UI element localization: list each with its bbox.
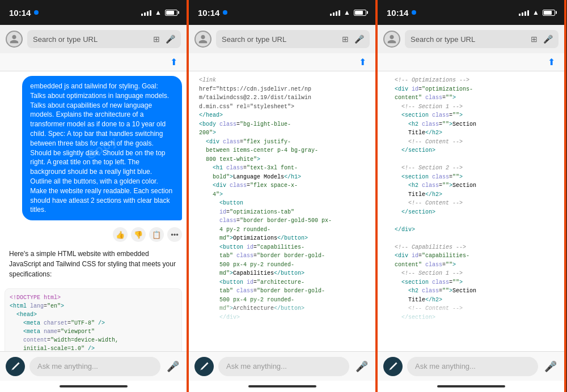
phone-panel-2: 10:14 ▲ Search or type URL ⊞ bbox=[189, 0, 378, 392]
signal-bar bbox=[147, 11, 149, 16]
phone-panel-3: 10:14 ▲ Search or type URL ⊞ bbox=[378, 0, 566, 392]
url-icons-2: ⊞ 🎤 bbox=[340, 34, 364, 44]
input-bar-3: Ask me anything... 🎤 bbox=[378, 351, 564, 381]
chat-icon-btn-3[interactable] bbox=[383, 357, 403, 376]
share-bar-1: ⬆ bbox=[0, 53, 187, 71]
input-field-3[interactable]: Ask me anything... bbox=[407, 357, 538, 376]
status-left-3: 10:14 bbox=[387, 8, 416, 18]
person-icon-1 bbox=[9, 34, 19, 44]
status-left-1: 10:14 bbox=[9, 8, 39, 18]
broom-icon-1 bbox=[10, 361, 20, 372]
mic-btn-2[interactable]: 🎤 bbox=[354, 359, 370, 374]
mic-btn-3[interactable]: 🎤 bbox=[543, 359, 558, 374]
status-dot-1 bbox=[34, 10, 39, 15]
bubble-actions: 👍 👎 📋 ••• bbox=[113, 227, 182, 242]
url-text-3: Search or type URL bbox=[411, 35, 526, 44]
share-bar-3: ⬆ bbox=[378, 53, 564, 71]
mic-url-icon-1[interactable]: 🎤 bbox=[165, 34, 175, 44]
battery-fill-1 bbox=[166, 11, 174, 15]
home-indicator-3 bbox=[378, 381, 564, 392]
signal-bar bbox=[333, 12, 335, 16]
status-bar-2: 10:14 ▲ bbox=[189, 0, 375, 25]
battery-fill-2 bbox=[355, 11, 363, 15]
signal-bars-2 bbox=[330, 9, 340, 16]
status-bar-3: 10:14 ▲ bbox=[378, 0, 564, 25]
url-icons-1: ⊞ 🎤 bbox=[151, 34, 175, 44]
person-icon-3 bbox=[387, 34, 397, 44]
response-text: Here's a simple HTML website with embedd… bbox=[5, 246, 182, 282]
user-message-bubble: Copy embedded js and tailwind for stylin… bbox=[22, 76, 182, 220]
signal-bar bbox=[522, 12, 523, 16]
battery-icon-3 bbox=[543, 10, 555, 16]
copy-btn[interactable]: 📋 bbox=[149, 227, 164, 242]
scan-icon-3[interactable]: ⊞ bbox=[529, 34, 539, 44]
status-dot-3 bbox=[412, 10, 416, 15]
mic-btn-1[interactable]: 🎤 bbox=[165, 359, 181, 374]
signal-bar bbox=[524, 11, 526, 16]
signal-bar bbox=[336, 11, 337, 16]
phone-panel-1: 10:14 ▲ Search or type URL ⊞ bbox=[0, 0, 189, 392]
url-bar-2[interactable]: Search or type URL ⊞ 🎤 bbox=[216, 30, 370, 48]
chat-icon-btn-2[interactable] bbox=[194, 357, 214, 376]
input-placeholder-2: Ask me anything... bbox=[226, 362, 287, 370]
scan-icon-2[interactable]: ⊞ bbox=[340, 34, 350, 44]
code-display-3: <!-- Optimizations --> <div id="optimiza… bbox=[378, 71, 564, 351]
browser-bar-3: Search or type URL ⊞ 🎤 bbox=[378, 25, 564, 53]
input-field-2[interactable]: Ask me anything... bbox=[218, 357, 349, 376]
signal-bar bbox=[330, 14, 332, 16]
status-right-2: ▲ bbox=[330, 8, 366, 16]
battery-icon-2 bbox=[354, 10, 366, 16]
signal-bar bbox=[150, 10, 151, 16]
wifi-icon-1: ▲ bbox=[155, 8, 162, 16]
browser-bar-2: Search or type URL ⊞ 🎤 bbox=[189, 25, 375, 53]
signal-bar bbox=[141, 14, 143, 16]
share-icon-2[interactable]: ⬆ bbox=[356, 56, 369, 69]
share-bar-2: ⬆ bbox=[189, 53, 375, 71]
status-time-2: 10:14 bbox=[198, 8, 219, 18]
input-bar-2: Ask me anything... 🎤 bbox=[189, 351, 375, 381]
wifi-icon-2: ▲ bbox=[344, 8, 350, 16]
home-bar-1 bbox=[60, 385, 128, 387]
signal-bar bbox=[519, 14, 521, 16]
scan-icon-1[interactable]: ⊞ bbox=[151, 34, 162, 44]
avatar-1 bbox=[6, 31, 23, 48]
chat-icon-btn-1[interactable] bbox=[6, 357, 25, 376]
battery-icon-1 bbox=[165, 10, 177, 16]
url-bar-3[interactable]: Search or type URL ⊞ 🎤 bbox=[405, 30, 558, 48]
mic-url-icon-2[interactable]: 🎤 bbox=[354, 34, 364, 44]
home-indicator-1 bbox=[0, 381, 187, 392]
input-placeholder-1: Ask me anything... bbox=[37, 362, 98, 370]
url-bar-1[interactable]: Search or type URL ⊞ 🎤 bbox=[27, 30, 181, 48]
code-content-area-3: <!-- Optimizations --> <div id="optimiza… bbox=[378, 71, 564, 351]
code-block-1: <!DOCTYPE html> <html lang="en"> <head> … bbox=[5, 288, 182, 351]
broom-icon-2 bbox=[199, 361, 209, 372]
signal-bars-1 bbox=[141, 9, 151, 16]
more-btn[interactable]: ••• bbox=[167, 227, 182, 242]
signal-bar bbox=[144, 12, 146, 16]
avatar-2 bbox=[194, 31, 211, 48]
share-icon-1[interactable]: ⬆ bbox=[167, 56, 180, 69]
thumbs-down-btn[interactable]: 👎 bbox=[131, 227, 146, 242]
url-icons-3: ⊞ 🎤 bbox=[529, 34, 553, 44]
home-indicator-2 bbox=[189, 381, 375, 392]
wifi-icon-3: ▲ bbox=[532, 8, 539, 16]
input-placeholder-3: Ask me anything... bbox=[415, 362, 476, 370]
mic-url-icon-3[interactable]: 🎤 bbox=[543, 34, 553, 44]
url-text-1: Search or type URL bbox=[33, 35, 148, 44]
url-text-2: Search or type URL bbox=[222, 35, 337, 44]
input-field-1[interactable]: Ask me anything... bbox=[29, 357, 160, 376]
broom-icon-3 bbox=[388, 361, 398, 372]
home-bar-2 bbox=[248, 385, 316, 387]
signal-bar bbox=[338, 10, 340, 16]
thumbs-up-btn[interactable]: 👍 bbox=[113, 227, 128, 242]
status-time-3: 10:14 bbox=[387, 8, 408, 18]
status-right-1: ▲ bbox=[141, 8, 177, 16]
user-message-text: embedded js and tailwind for styling. Go… bbox=[30, 82, 172, 214]
signal-bars-3 bbox=[519, 9, 529, 16]
share-icon-3[interactable]: ⬆ bbox=[545, 56, 557, 69]
input-bar-1: Ask me anything... 🎤 bbox=[0, 351, 187, 381]
browser-bar-1: Search or type URL ⊞ 🎤 bbox=[0, 25, 187, 53]
person-icon-2 bbox=[198, 34, 208, 44]
status-dot-2 bbox=[223, 10, 227, 15]
code-display-2: <link href="https://cdn.jsdelivr.net/np … bbox=[189, 71, 375, 351]
